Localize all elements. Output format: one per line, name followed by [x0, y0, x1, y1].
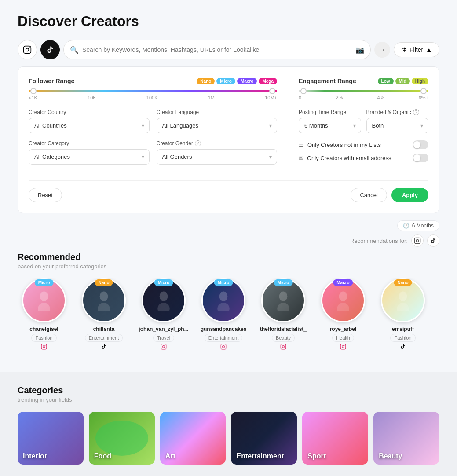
creator-card[interactable]: Nano emsipuff Fashion	[377, 278, 429, 351]
creator-category: Beauty	[272, 334, 295, 342]
svg-point-19	[217, 303, 230, 311]
creator-badge: Nano	[394, 279, 412, 286]
engagement-range-title: Engagement Range	[299, 77, 356, 84]
creator-gender-select[interactable]: All Genders	[157, 149, 278, 165]
rec-tiktok-btn[interactable]	[427, 234, 439, 247]
creator-avatar-wrap: Nano	[381, 278, 425, 322]
engagement-badges: Low Mid High	[378, 78, 428, 84]
branded-organic-select[interactable]: Both Branded Organic	[366, 118, 429, 133]
search-input-wrap: 🔍 📷	[63, 40, 371, 59]
creator-card[interactable]: Micro chanelgisel Fashion	[18, 278, 70, 351]
creator-gender-label: Creator Gender ?	[157, 140, 278, 146]
engagement-min-thumb[interactable]	[300, 88, 307, 94]
svg-point-22	[225, 345, 225, 345]
category-bg-food: Food	[89, 412, 155, 465]
creator-name: chanelgisel	[29, 326, 58, 332]
creator-name: thefloridafacialist_	[260, 326, 307, 332]
cancel-button[interactable]: Cancel	[351, 188, 387, 202]
follower-range-header: Follower Range Nano Micro Macro Mega	[29, 77, 277, 84]
high-badge: High	[412, 78, 428, 84]
category-label-entertainment: Entertainment	[236, 452, 284, 460]
rec-platforms-header: Recommendations for:	[18, 234, 439, 247]
svg-point-33	[399, 291, 407, 301]
toggle-not-in-lists-label: Only Creators not in my Lists	[307, 142, 381, 148]
follower-min-thumb[interactable]	[30, 88, 37, 94]
category-bg-interior: Interior	[18, 412, 84, 465]
recommended-title: Recommended	[18, 252, 439, 262]
svg-point-31	[342, 346, 344, 348]
gender-info-icon[interactable]: ?	[195, 140, 201, 146]
creator-name: johan_van_zyl_ph...	[139, 326, 188, 332]
creator-avatar-wrap: Micro	[142, 278, 186, 322]
follower-badges: Nano Micro Macro Mega	[197, 78, 277, 84]
svg-point-12	[98, 303, 110, 311]
filter-btn[interactable]: ⚗ Filter ▲	[394, 42, 439, 57]
tiktok-platform-btn[interactable]	[40, 40, 60, 59]
category-card-interior[interactable]: Interior	[18, 412, 84, 465]
svg-point-23	[279, 291, 288, 301]
category-card-art[interactable]: Art	[160, 412, 226, 465]
creator-card[interactable]: Nano chillsnta Entertainment	[77, 278, 130, 351]
engagement-slider-track[interactable]	[299, 90, 428, 92]
creator-language-select[interactable]: All Languages	[157, 118, 278, 133]
follower-range-title: Follower Range	[29, 77, 74, 84]
category-label-art: Art	[165, 452, 175, 460]
recommended-section: Recommended based on your preferred cate…	[18, 252, 439, 355]
search-submit-btn[interactable]: →	[374, 42, 390, 58]
posting-time-label: Posting Time Range	[299, 109, 361, 115]
filter-chevron-icon: ▲	[426, 46, 432, 53]
creator-badge: Nano	[95, 279, 113, 286]
creator-category-select[interactable]: All Categories	[29, 149, 150, 165]
instagram-platform-btn[interactable]	[18, 40, 37, 59]
creator-category: Fashion	[390, 334, 415, 342]
search-input[interactable]	[82, 46, 352, 53]
category-card-entertainment[interactable]: Entertainment	[231, 412, 297, 465]
engagement-label-4: 4%	[377, 95, 384, 100]
creator-card[interactable]: Micro gunsandpancakes Entertainment	[197, 278, 250, 351]
creator-country-select-wrap: All Countries	[29, 118, 150, 133]
category-card-food[interactable]: Food	[89, 412, 155, 465]
creator-card[interactable]: Macro roye_arbel Health	[317, 278, 369, 351]
follower-label-1m: 1M	[208, 95, 215, 100]
category-card-beauty[interactable]: Beauty	[373, 412, 439, 465]
filter-top-row: Follower Range Nano Micro Macro Mega	[29, 77, 428, 172]
svg-point-26	[282, 346, 285, 348]
recommended-subtitle: based on your preferred categories	[18, 263, 439, 270]
svg-point-5	[419, 239, 419, 239]
engagement-labels: 0 2% 4% 6%+	[299, 95, 428, 100]
toggle-with-email[interactable]	[413, 154, 428, 162]
time-icon: 🕐	[403, 223, 409, 229]
rec-instagram-btn[interactable]	[411, 234, 424, 247]
svg-point-28	[339, 291, 347, 301]
time-badge-wrap: 🕐 6 Months	[18, 220, 439, 231]
creator-category-select-wrap: All Categories	[29, 149, 150, 165]
creator-card[interactable]: Micro thefloridafacialist_ Beauty	[257, 278, 310, 351]
engagement-max-thumb[interactable]	[420, 88, 427, 94]
creator-country-select[interactable]: All Countries	[29, 118, 150, 133]
creator-platform-icon	[340, 344, 346, 351]
follower-label-1k: <1K	[29, 95, 37, 100]
creator-name: gunsandpancakes	[201, 326, 247, 332]
svg-rect-3	[414, 238, 420, 243]
category-card-sport[interactable]: Sport	[302, 412, 368, 465]
posting-time-select[interactable]: 6 Months 3 Months 12 Months	[299, 118, 361, 133]
camera-icon-btn[interactable]: 📷	[355, 46, 364, 54]
branded-info-icon[interactable]: ?	[413, 109, 419, 115]
creator-platform-icon	[280, 344, 286, 351]
creator-badge: Micro	[35, 279, 54, 286]
creator-language-select-wrap: All Languages	[157, 118, 278, 133]
svg-point-9	[43, 346, 45, 348]
toggle-not-in-lists[interactable]	[413, 140, 428, 149]
creator-avatar-wrap: Micro	[201, 278, 245, 322]
follower-max-thumb[interactable]	[269, 88, 275, 94]
creator-platform-icon	[400, 344, 406, 351]
follower-slider-track[interactable]	[29, 90, 277, 92]
creator-card[interactable]: Micro johan_van_zyl_ph... Travel	[137, 278, 190, 351]
filter-right-col: Engagement Range Low Mid High 0 2%	[288, 77, 428, 172]
apply-button[interactable]: Apply	[391, 188, 428, 202]
svg-point-18	[219, 291, 228, 301]
search-icon: 🔍	[70, 46, 79, 54]
reset-button[interactable]: Reset	[29, 188, 62, 202]
categories-subtitle: trending in your fields	[18, 396, 439, 403]
svg-point-21	[223, 346, 225, 348]
